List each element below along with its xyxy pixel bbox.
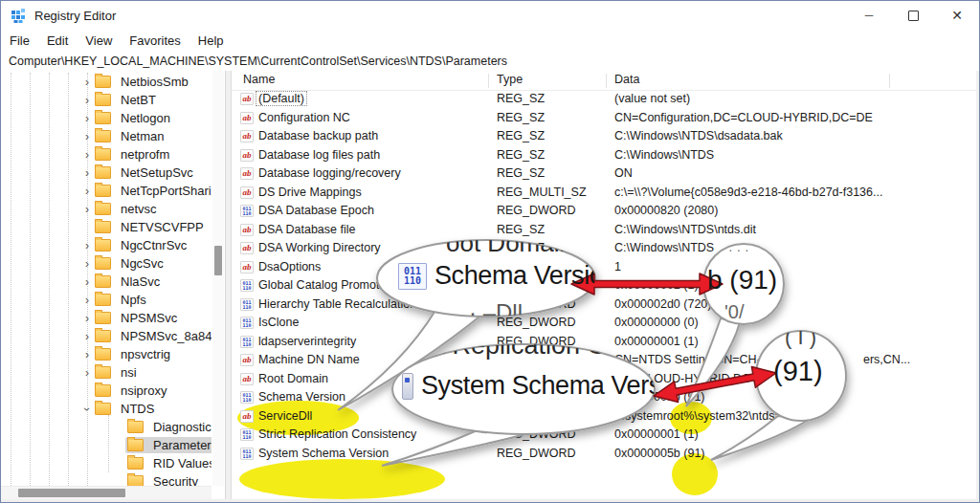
tree-item-netbt[interactable]: ›NetBT bbox=[1, 91, 212, 109]
menu-item-help[interactable]: Help bbox=[189, 33, 233, 48]
column-separator[interactable] bbox=[606, 74, 607, 88]
registry-value-row[interactable]: DSA Working DirectoryREG_SZC:\Windows\NT… bbox=[232, 239, 976, 258]
tree-item-ngcctnrsvc[interactable]: ›NgcCtnrSvc bbox=[1, 236, 212, 254]
chevron-right-icon[interactable]: › bbox=[79, 239, 95, 252]
tree-item-nlasvc[interactable]: ›NlaSvc bbox=[1, 273, 212, 291]
chevron-right-icon[interactable]: › bbox=[79, 112, 95, 125]
value-name[interactable]: DSA Database Epoch bbox=[258, 204, 374, 217]
value-name[interactable]: (Default) bbox=[256, 92, 306, 105]
close-button[interactable]: ✕ bbox=[935, 1, 979, 30]
chevron-right-icon[interactable]: › bbox=[79, 130, 95, 143]
tree-item-ntds[interactable]: ›NTDS bbox=[1, 400, 212, 418]
chevron-right-icon[interactable]: › bbox=[79, 275, 95, 289]
registry-value-row[interactable]: Global Catalog Promotion CompleteREG_DWO… bbox=[232, 276, 976, 295]
registry-value-row[interactable]: Strict Replication ConsistencyREG_DWORD0… bbox=[232, 426, 976, 445]
chevron-down-icon[interactable]: › bbox=[80, 402, 94, 417]
chevron-right-icon[interactable]: › bbox=[79, 294, 95, 307]
value-name[interactable]: IsClone bbox=[258, 316, 299, 329]
tree-item-netman[interactable]: ›Netman bbox=[1, 127, 212, 145]
tree-vscroll-thumb[interactable] bbox=[214, 246, 222, 275]
tree-item-netlogon[interactable]: ›Netlogon bbox=[1, 109, 212, 127]
registry-value-row[interactable]: ServiceDllREG_EXPAND_SZ%systemroot%\syst… bbox=[232, 407, 976, 426]
tree-item-npsvctrig[interactable]: ›npsvctrig bbox=[1, 345, 212, 363]
registry-value-row[interactable]: ldapserverintegrityREG_DWORD0x00000001 (… bbox=[232, 333, 976, 352]
value-name[interactable]: ServiceDll bbox=[258, 409, 312, 423]
column-header-type[interactable]: Type bbox=[497, 73, 523, 86]
chevron-right-icon[interactable]: › bbox=[79, 312, 95, 325]
registry-value-row[interactable]: Configuration NCREG_SZCN=Configuration,D… bbox=[232, 109, 976, 128]
column-header-data[interactable]: Data bbox=[614, 73, 639, 86]
tree-item-parameters[interactable]: Parameters bbox=[1, 436, 212, 454]
value-name[interactable]: Root Domain bbox=[258, 372, 328, 385]
tree-item-netprofm[interactable]: ›netprofm bbox=[1, 145, 212, 164]
value-name[interactable]: Machine DN Name bbox=[258, 353, 360, 366]
chevron-right-icon[interactable]: › bbox=[79, 330, 95, 343]
tree-item-npfs[interactable]: ›Npfs bbox=[1, 291, 212, 309]
tree-item-nettcpportsharing[interactable]: ›NetTcpPortSharing bbox=[1, 182, 212, 200]
value-type: REG_SZ bbox=[497, 353, 545, 366]
chevron-right-icon[interactable]: › bbox=[79, 94, 95, 107]
value-name[interactable]: Schema Version bbox=[258, 390, 345, 404]
registry-value-row[interactable]: IsCloneREG_DWORD0x00000000 (0) bbox=[232, 314, 976, 333]
column-header-name[interactable]: Name bbox=[243, 73, 275, 86]
registry-value-row[interactable]: Database logging/recoveryREG_SZON bbox=[232, 164, 976, 184]
tree-item-diagnostics[interactable]: Diagnostics bbox=[1, 418, 212, 436]
chevron-right-icon[interactable]: › bbox=[79, 185, 95, 198]
tree-item-nsi[interactable]: ›nsi bbox=[1, 363, 212, 382]
value-name[interactable]: System Schema Version bbox=[258, 447, 389, 460]
chevron-right-icon[interactable]: › bbox=[79, 148, 95, 162]
value-name[interactable]: DSA Working Directory bbox=[258, 241, 381, 254]
tree-item-rid-values[interactable]: RID Values bbox=[1, 454, 212, 472]
minimize-button[interactable]: ─ bbox=[847, 1, 891, 30]
menu-item-favorites[interactable]: Favorites bbox=[121, 33, 189, 48]
value-name[interactable]: DsaOptions bbox=[258, 260, 321, 273]
value-name[interactable]: ldapserverintegrity bbox=[258, 335, 356, 348]
tree-item-npsmsvc-8a840[interactable]: ›NPSMSvc_8a840 bbox=[1, 327, 212, 345]
menu-item-file[interactable]: File bbox=[1, 33, 38, 48]
registry-value-row[interactable]: DS Drive MappingsREG_MULTI_SZc:\=\\?\Vol… bbox=[232, 184, 976, 203]
column-separator[interactable] bbox=[488, 74, 489, 88]
value-name[interactable]: Strict Replication Consistency bbox=[258, 427, 416, 441]
menu-item-edit[interactable]: Edit bbox=[38, 33, 77, 48]
registry-value-row[interactable]: Schema VersionREG_DWORD0x0000005b (91) bbox=[232, 388, 976, 407]
column-separator[interactable] bbox=[889, 74, 890, 88]
tree-item-netsetupsvc[interactable]: ›NetSetupSvc bbox=[1, 164, 212, 182]
maximize-button[interactable] bbox=[891, 1, 935, 30]
tree-horizontal-scrollbar[interactable] bbox=[1, 486, 212, 499]
chevron-right-icon[interactable]: › bbox=[79, 166, 95, 180]
chevron-right-icon[interactable]: › bbox=[79, 203, 95, 216]
tree-hscroll-thumb[interactable] bbox=[18, 489, 125, 497]
tree-vertical-scrollbar[interactable] bbox=[212, 71, 224, 486]
value-name[interactable]: Global Catalog Promotion Complete bbox=[258, 278, 450, 292]
registry-value-row[interactable]: Database backup pathREG_SZC:\Windows\NTD… bbox=[232, 127, 976, 146]
chevron-right-icon[interactable]: › bbox=[79, 348, 95, 361]
tree-item-netbiossmb[interactable]: ›NetbiosSmb bbox=[1, 73, 212, 91]
tree-item-ngcsvc[interactable]: ›NgcSvc bbox=[1, 254, 212, 273]
registry-value-row[interactable]: Root DomainREG_SZDC=CLOUD-HYBRID,DC=DE bbox=[232, 370, 976, 389]
registry-value-row[interactable]: DsaOptionsREG_SZ1 bbox=[232, 258, 976, 277]
registry-value-row[interactable]: (Default)REG_SZ(value not set) bbox=[232, 90, 976, 109]
registry-value-row[interactable]: DSA Database EpochREG_DWORD0x00000820 (2… bbox=[232, 202, 976, 221]
tree-item-netvsc[interactable]: ›netvsc bbox=[1, 200, 212, 218]
value-name[interactable]: Database backup path bbox=[258, 129, 378, 142]
value-name[interactable]: Database log files path bbox=[258, 148, 380, 162]
chevron-right-icon[interactable]: › bbox=[79, 366, 95, 380]
tree-item-security[interactable]: Security bbox=[1, 472, 212, 486]
registry-value-row[interactable]: Machine DN NameREG_SZCN=NTDS Setting,CN=… bbox=[232, 351, 976, 370]
tree-item-npsmsvc[interactable]: ›NPSMSvc bbox=[1, 309, 212, 327]
registry-value-row[interactable]: System Schema VersionREG_DWORD0x0000005b… bbox=[232, 445, 976, 464]
value-name[interactable]: Configuration NC bbox=[258, 111, 350, 124]
address-bar[interactable]: Computer\HKEY_LOCAL_MACHINE\SYSTEM\Curre… bbox=[1, 51, 979, 72]
tree-item-netvscvfpp[interactable]: NETVSCVFPP bbox=[1, 218, 212, 236]
menu-item-view[interactable]: View bbox=[77, 33, 121, 48]
value-name[interactable]: DS Drive Mappings bbox=[258, 186, 362, 199]
value-name[interactable]: Hierarchy Table Recalculation interval (… bbox=[258, 297, 511, 311]
value-name[interactable]: DSA Database file bbox=[258, 223, 355, 236]
registry-value-row[interactable]: Hierarchy Table Recalculation interval (… bbox=[232, 295, 976, 315]
chevron-right-icon[interactable]: › bbox=[79, 257, 95, 271]
value-name[interactable]: Database logging/recovery bbox=[258, 166, 401, 180]
registry-value-row[interactable]: DSA Database fileREG_SZC:\Windows\NTDS\n… bbox=[232, 221, 976, 240]
registry-value-row[interactable]: Database log files pathREG_SZC:\Windows\… bbox=[232, 146, 976, 165]
chevron-right-icon[interactable]: › bbox=[79, 76, 95, 89]
tree-item-nsiproxy[interactable]: nsiproxy bbox=[1, 382, 212, 400]
